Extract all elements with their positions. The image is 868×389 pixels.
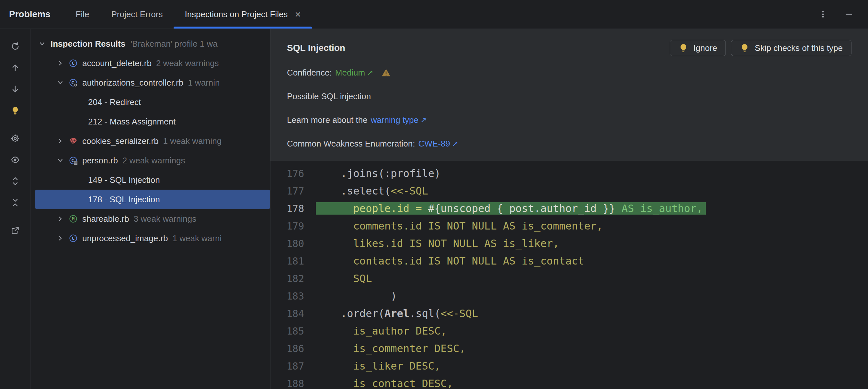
tree-item-cookies-serializer[interactable]: cookies_serializer.rb 1 weak warning	[30, 131, 270, 151]
window-buttons	[815, 0, 868, 29]
line-number: 187	[271, 360, 316, 372]
warning-count: 2 weak warnings	[122, 156, 185, 166]
code-line: 183 )	[271, 287, 868, 305]
confidence-row: Confidence: Medium ↗	[287, 65, 851, 80]
code-line: 179 comments.id IS NOT NULL AS is_commen…	[271, 217, 868, 235]
warning-label: 204 - Redirect	[88, 97, 141, 107]
inspection-results-tree: Inspection Results 'Brakeman' profile 1 …	[30, 29, 270, 389]
close-tab-icon[interactable]: ×	[295, 9, 301, 20]
tree-item-account-deleter[interactable]: C account_deleter.rb 2 weak warnings	[30, 54, 270, 73]
sql-injection-highlight: people.id = #{unscoped { post.author_id …	[316, 202, 706, 215]
ruby-class-icon: C	[69, 234, 78, 243]
warning-count: 1 weak warning	[163, 136, 222, 146]
open-in-editor-icon[interactable]	[7, 223, 23, 238]
chevron-right-icon[interactable]	[56, 234, 65, 243]
tab-inspections-on-project-files[interactable]: Inspections on Project Files×	[174, 0, 312, 29]
code-line: 188 is_contact DESC,	[271, 375, 868, 389]
tree-item-person[interactable]: C person.rb 2 weak warnings	[30, 151, 270, 170]
tree-item-shareable[interactable]: M shareable.rb 3 weak warnings	[30, 209, 270, 228]
file-name: shareable.rb	[82, 214, 129, 224]
code-line: 184 .order(Arel.sql(<<-SQL	[271, 305, 868, 322]
line-number: 183	[271, 290, 316, 302]
line-number: 186	[271, 343, 316, 354]
warning-label: 149 - SQL Injection	[88, 175, 160, 185]
warning-count: 1 warnin	[188, 78, 220, 88]
code-line: 180 likes.id IS NOT NULL AS is_liker,	[271, 235, 868, 252]
cwe-link[interactable]: CWE-89	[418, 139, 450, 149]
cwe-label: Common Weakness Enumeration:	[287, 139, 415, 149]
file-name: cookies_serializer.rb	[82, 136, 159, 146]
chevron-down-icon[interactable]	[56, 78, 65, 87]
learn-more-row: Learn more about the warning type ↗	[287, 113, 851, 127]
tab-file-label: File	[76, 9, 89, 20]
tab-project-errors[interactable]: Project Errors	[100, 0, 174, 29]
line-number: 181	[271, 255, 316, 267]
rerun-inspection-icon[interactable]	[7, 38, 23, 54]
warning-type-link[interactable]: warning type	[371, 115, 418, 125]
quick-fix-lightbulb-icon[interactable]	[7, 103, 23, 118]
file-name: person.rb	[82, 156, 118, 166]
lightbulb-icon	[740, 43, 749, 53]
tab-inspections-label: Inspections on Project Files	[185, 9, 288, 20]
warning-label: 178 - SQL Injection	[88, 194, 160, 204]
ignore-button-label: Ignore	[693, 43, 717, 53]
toolwindow-tabbar: Problems File Project Errors Inspections…	[0, 0, 868, 29]
tab-project-errors-label: Project Errors	[112, 9, 163, 20]
code-line: 182 SQL	[271, 270, 868, 287]
line-number: 179	[271, 220, 316, 232]
warning-detail-header: SQL Injection Ignore Skip checks of this…	[271, 29, 868, 161]
chevron-right-icon[interactable]	[56, 59, 65, 68]
ruby-module-icon: M	[69, 214, 78, 223]
tree-item-204-redirect[interactable]: 204 - Redirect	[30, 92, 270, 112]
chevron-right-icon[interactable]	[56, 137, 65, 145]
line-number: 185	[271, 326, 316, 337]
line-number: 177	[271, 186, 316, 197]
cwe-row: Common Weakness Enumeration: CWE-89 ↗	[287, 137, 851, 151]
code-line: 185 is_author DESC,	[271, 322, 868, 340]
warning-detail-panel: SQL Injection Ignore Skip checks of this…	[270, 29, 868, 389]
line-number: 180	[271, 238, 316, 249]
code-preview-editor: 176 .joins(:profile) 177 .select(<<-SQL …	[271, 161, 868, 389]
line-number: 178	[271, 203, 316, 214]
tree-item-212-mass-assignment[interactable]: 212 - Mass Assignment	[30, 112, 270, 131]
warning-label: 212 - Mass Assignment	[88, 117, 176, 127]
confidence-link[interactable]: Medium	[335, 68, 365, 78]
line-number: 182	[271, 273, 316, 284]
preview-eye-icon[interactable]	[7, 152, 23, 168]
more-options-icon[interactable]	[815, 7, 831, 22]
next-problem-icon[interactable]	[7, 81, 23, 97]
ruby-controller-icon: C	[69, 78, 78, 87]
tree-item-149-sql-injection[interactable]: 149 - SQL Injection	[30, 170, 270, 190]
tree-root-title: Inspection Results	[51, 39, 125, 49]
hide-toolwindow-icon[interactable]	[841, 7, 856, 22]
line-number: 184	[271, 308, 316, 319]
collapse-all-icon[interactable]	[7, 195, 23, 211]
tab-file[interactable]: File	[65, 0, 100, 29]
ignore-button[interactable]: Ignore	[670, 40, 726, 56]
code-line: 176 .joins(:profile)	[271, 165, 868, 182]
tree-item-178-sql-injection-selected[interactable]: 178 - SQL Injection	[35, 190, 270, 209]
skip-checks-button[interactable]: Skip checks of this type	[731, 40, 851, 56]
left-toolbar	[0, 29, 30, 389]
chevron-right-icon[interactable]	[56, 214, 65, 223]
file-name: account_deleter.rb	[82, 58, 152, 68]
tree-item-authorizations-controller[interactable]: C authorizations_controller.rb 1 warnin	[30, 73, 270, 92]
code-line: 186 is_commenter DESC,	[271, 340, 868, 357]
warning-description: Possible SQL injection	[287, 91, 371, 102]
svg-text:M: M	[72, 216, 74, 221]
code-line: 187 is_liker DESC,	[271, 357, 868, 375]
svg-text:C: C	[72, 235, 75, 241]
line-number: 176	[271, 168, 316, 179]
previous-problem-icon[interactable]	[7, 60, 23, 76]
expand-all-icon[interactable]	[7, 173, 23, 189]
chevron-down-icon[interactable]	[56, 156, 65, 165]
settings-gear-icon[interactable]	[7, 131, 23, 146]
line-number: 188	[271, 378, 316, 389]
code-line: 177 .select(<<-SQL	[271, 182, 868, 200]
external-link-icon: ↗	[421, 116, 427, 124]
warning-triangle-icon	[381, 68, 391, 78]
tree-item-unprocessed-image[interactable]: C unprocessed_image.rb 1 weak warni	[30, 228, 270, 248]
file-name: unprocessed_image.rb	[82, 233, 168, 244]
tree-item-inspection-results[interactable]: Inspection Results 'Brakeman' profile 1 …	[30, 34, 270, 54]
chevron-down-icon[interactable]	[37, 39, 46, 48]
